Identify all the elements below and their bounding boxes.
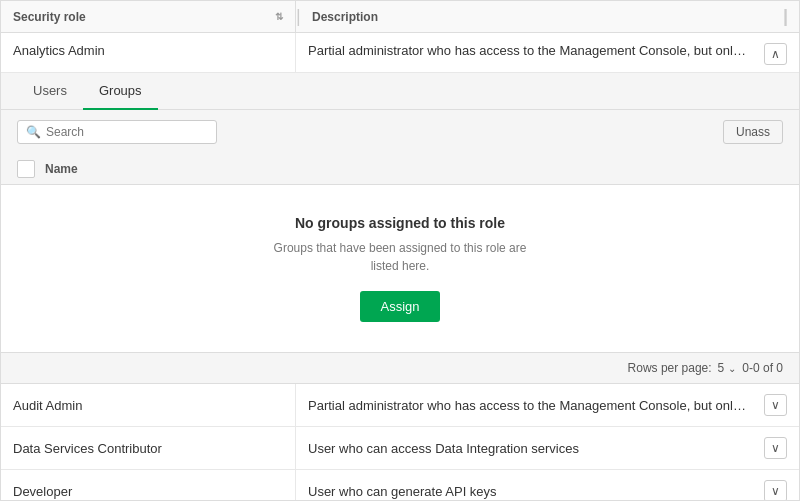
empty-title: No groups assigned to this role — [295, 215, 505, 231]
description-label: Description — [312, 10, 378, 24]
groups-table-header: Name — [1, 154, 799, 185]
row-description: User who can access Data Integration ser… — [308, 441, 579, 456]
other-rows-container: Audit Admin Partial administrator who ha… — [1, 384, 799, 501]
row-description: User who can generate API keys — [308, 484, 497, 499]
table-row: Audit Admin Partial administrator who ha… — [1, 384, 799, 427]
table-row: Developer User who can generate API keys… — [1, 470, 799, 501]
search-icon: 🔍 — [26, 125, 41, 139]
tab-users[interactable]: Users — [17, 73, 83, 110]
rows-value: 5 — [718, 361, 725, 375]
name-column-header: Name — [45, 162, 78, 176]
row-desc-cell: Partial administrator who has access to … — [296, 384, 799, 426]
rows-per-page-select[interactable]: 5 ⌄ — [718, 361, 737, 375]
collapse-button[interactable]: ∧ — [764, 43, 787, 65]
search-box: 🔍 — [17, 120, 217, 144]
tab-groups[interactable]: Groups — [83, 73, 158, 110]
security-role-label: Security role — [13, 10, 86, 24]
assign-button[interactable]: Assign — [360, 291, 439, 322]
panel-footer: Rows per page: 5 ⌄ 0-0 of 0 — [1, 352, 799, 383]
tabs-row: Users Groups — [1, 73, 799, 110]
row-description: Partial administrator who has access to … — [308, 398, 748, 413]
security-role-header: Security role ⇅ — [1, 1, 296, 32]
analytics-admin-row: Analytics Admin Partial administrator wh… — [1, 33, 799, 73]
table-header-row: Security role ⇅ | Description | — [1, 1, 799, 33]
expanded-panel: Users Groups 🔍 Unass Name No groups assi… — [1, 73, 799, 384]
row-desc-cell: User who can access Data Integration ser… — [296, 427, 799, 469]
analytics-admin-description: Partial administrator who has access to … — [308, 43, 748, 58]
search-input[interactable] — [46, 125, 208, 139]
expand-button[interactable]: ∨ — [764, 437, 787, 459]
expand-button[interactable]: ∨ — [764, 480, 787, 501]
row-security-name: Audit Admin — [1, 384, 296, 426]
main-container: Security role ⇅ | Description | Analytic… — [0, 0, 800, 501]
empty-state: No groups assigned to this role Groups t… — [1, 185, 799, 352]
empty-subtitle: Groups that have been assigned to this r… — [274, 239, 527, 275]
row-security-name: Data Services Contributor — [1, 427, 296, 469]
sort-icon[interactable]: ⇅ — [275, 11, 283, 22]
row-desc-cell: User who can generate API keys ∨ — [296, 470, 799, 501]
description-header: Description | — [300, 1, 799, 32]
unassign-button[interactable]: Unass — [723, 120, 783, 144]
expand-button[interactable]: ∨ — [764, 394, 787, 416]
table-row: Data Services Contributor User who can a… — [1, 427, 799, 470]
search-area: 🔍 Unass — [1, 110, 799, 154]
analytics-admin-name: Analytics Admin — [1, 33, 296, 72]
rows-per-page-label: Rows per page: — [628, 361, 712, 375]
chevron-down-icon: ⌄ — [728, 363, 736, 374]
row-security-name: Developer — [1, 470, 296, 501]
page-range: 0-0 of 0 — [742, 361, 783, 375]
analytics-admin-desc-cell: Partial administrator who has access to … — [296, 33, 799, 72]
select-all-checkbox[interactable] — [17, 160, 35, 178]
